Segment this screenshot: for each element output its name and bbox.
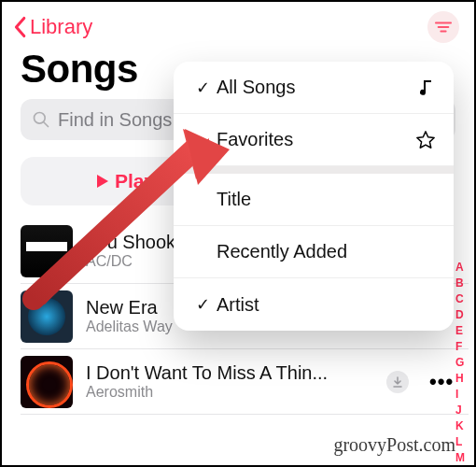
menu-item-favorites[interactable]: Favorites — [174, 114, 454, 166]
sort-button[interactable] — [427, 11, 459, 43]
index-letter[interactable]: G — [455, 355, 465, 371]
index-letter[interactable]: E — [455, 323, 465, 339]
chevron-left-icon — [11, 16, 28, 38]
menu-label: Artist — [217, 294, 437, 316]
more-button[interactable]: ••• — [429, 370, 455, 394]
menu-separator — [174, 166, 454, 174]
index-letter[interactable]: M — [455, 450, 465, 466]
search-placeholder: Find in Songs — [58, 109, 172, 131]
play-icon — [96, 174, 109, 189]
menu-label: Title — [217, 189, 437, 210]
checkmark-icon: ✓ — [190, 78, 215, 98]
watermark: groovyPost.com — [333, 434, 455, 456]
album-art — [21, 225, 73, 277]
checkmark-icon: ✓ — [190, 294, 215, 315]
index-letter[interactable]: F — [455, 339, 465, 355]
back-button[interactable]: Library — [11, 15, 92, 39]
menu-label: Recently Added — [217, 241, 437, 262]
index-letter[interactable]: H — [455, 371, 465, 387]
menu-label: Favorites — [217, 129, 413, 150]
menu-label: All Songs — [217, 77, 413, 98]
download-icon[interactable] — [386, 371, 409, 393]
menu-item-all-songs[interactable]: ✓ All Songs — [174, 62, 454, 114]
song-artist: Aerosmith — [86, 384, 373, 401]
menu-item-artist[interactable]: ✓ Artist — [174, 278, 454, 331]
index-letter[interactable]: L — [455, 434, 465, 450]
page-title: Songs — [21, 47, 138, 92]
menu-item-recently-added[interactable]: Recently Added — [174, 226, 454, 278]
back-label: Library — [30, 15, 92, 39]
star-icon — [414, 130, 437, 150]
alpha-index[interactable]: A B C D E F G H I J K L M — [455, 260, 465, 466]
sort-menu: ✓ All Songs Favorites Title Recent — [174, 62, 454, 331]
menu-item-title[interactable]: Title — [174, 174, 454, 226]
index-letter[interactable]: J — [455, 403, 465, 418]
index-letter[interactable]: D — [455, 307, 465, 323]
list-sort-icon — [435, 21, 452, 34]
index-letter[interactable]: K — [455, 418, 465, 434]
album-art — [21, 356, 73, 408]
music-note-icon — [414, 78, 437, 97]
index-letter[interactable]: B — [455, 276, 465, 291]
svg-line-4 — [44, 122, 49, 127]
song-title: I Don't Want To Miss A Thin... — [86, 362, 373, 384]
list-item[interactable]: I Don't Want To Miss A Thin... Aerosmith… — [21, 349, 469, 415]
index-letter[interactable]: I — [455, 387, 465, 403]
index-letter[interactable]: C — [455, 291, 465, 307]
search-icon — [32, 110, 50, 129]
play-label: Play — [115, 170, 155, 192]
index-letter[interactable]: A — [455, 260, 465, 276]
album-art — [21, 290, 73, 343]
